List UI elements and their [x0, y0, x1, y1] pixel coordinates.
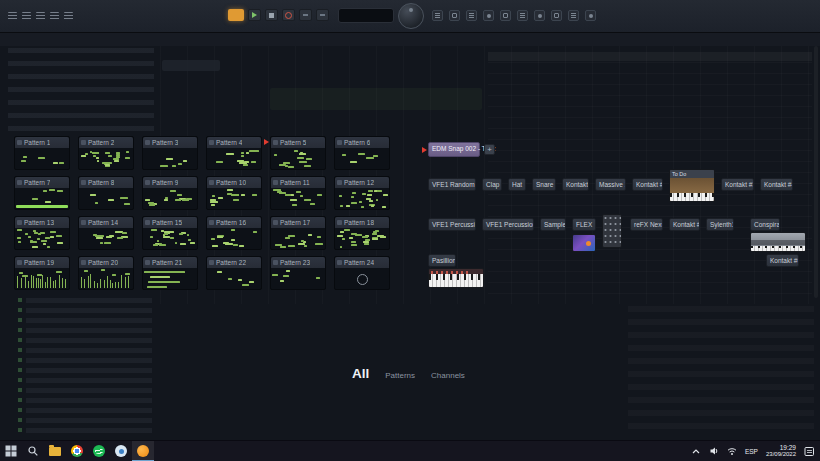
pattern-thumbnail — [335, 228, 389, 249]
note — [233, 199, 239, 201]
tab-channels[interactable]: Channels — [431, 371, 465, 380]
menu-icon[interactable] — [8, 12, 17, 20]
pattern-cell-7[interactable]: Pattern 7 — [14, 176, 70, 210]
note — [31, 241, 37, 243]
taskbar-fl-studio-button[interactable] — [132, 441, 154, 461]
typing-keyboard-icon[interactable] — [551, 10, 562, 21]
plugin-thumbnail-synth[interactable] — [750, 232, 806, 252]
volume-icon[interactable] — [709, 446, 719, 456]
channel-button-ch-kontakt5[interactable]: Kontakt #5 — [669, 218, 700, 231]
pattern-cell-4[interactable]: Pattern 4 — [206, 136, 262, 170]
pattern-cell-5[interactable]: Pattern 5 — [270, 136, 326, 170]
play-icon[interactable] — [248, 9, 261, 21]
channel-button-ch-edm-snap[interactable]: EDM Snap 002 - Tenz — [428, 142, 480, 157]
pattern-mode-button[interactable] — [228, 9, 244, 21]
menu-icon[interactable] — [50, 12, 59, 20]
touch-icon[interactable] — [568, 10, 579, 21]
pattern-cell-13[interactable]: Pattern 13 — [14, 216, 70, 250]
pattern-cell-10[interactable]: Pattern 10 — [206, 176, 262, 210]
channel-button-ch-refx-nexus[interactable]: reFX Nexus — [630, 218, 663, 231]
menu-icon[interactable] — [36, 12, 45, 20]
menu-icon[interactable] — [22, 12, 31, 20]
channel-button-ch-clap[interactable]: Clap — [482, 178, 502, 191]
menu-icon[interactable] — [64, 12, 73, 20]
channel-button-ch-conspiracy[interactable]: Conspiracy — [750, 218, 780, 231]
pattern-cell-19[interactable]: Pattern 19 — [14, 256, 70, 290]
channel-button-ch-vfe1-perc-015[interactable]: VFE1 Percussion 015 — [482, 218, 534, 231]
pattern-cell-16[interactable]: Pattern 16 — [206, 216, 262, 250]
pattern-cell-9[interactable]: Pattern 9 — [142, 176, 198, 210]
note — [218, 197, 223, 199]
pattern-cell-12[interactable]: Pattern 12 — [334, 176, 390, 210]
note — [90, 194, 96, 196]
help-icon[interactable] — [585, 10, 596, 21]
wait-icon[interactable] — [316, 9, 329, 21]
language-indicator[interactable]: ESP — [745, 448, 758, 455]
clock[interactable]: 19:29 23/09/2022 — [766, 444, 796, 458]
snap-icon[interactable] — [534, 10, 545, 21]
pattern-cell-21[interactable]: Pattern 21 — [142, 256, 198, 290]
taskbar-spotify-button[interactable] — [88, 441, 110, 461]
pattern-cell-24[interactable]: Pattern 24 — [334, 256, 390, 290]
playlist-icon[interactable] — [432, 10, 443, 21]
pattern-cell-2[interactable]: Pattern 2 — [78, 136, 134, 170]
metronome-icon[interactable] — [299, 9, 312, 21]
record-icon[interactable] — [282, 9, 295, 21]
add-button[interactable]: + — [484, 144, 495, 155]
channel-button-ch-kontakt3[interactable]: Kontakt #3 — [721, 178, 754, 191]
channel-button-ch-sylenth1[interactable]: Sylenth1 — [706, 218, 734, 231]
folder-icon — [49, 447, 61, 456]
channel-button-ch-kontakt6[interactable]: Kontakt #6 — [766, 254, 799, 267]
channel-button-ch-massive-x[interactable]: Massive X — [595, 178, 626, 191]
channel-mini-window-ch-todo[interactable]: To Do — [669, 169, 715, 202]
channel-button-ch-kontakt4[interactable]: Kontakt #4 — [760, 178, 793, 191]
pattern-cell-14[interactable]: Pattern 14 — [78, 216, 134, 250]
channel-button-ch-pasillion[interactable]: Pasillion — [428, 254, 456, 267]
channel-button-ch-vfe1-random[interactable]: VFE1 Random 661 — [428, 178, 476, 191]
plugin-thumbnail-flex[interactable] — [572, 234, 596, 252]
piano-roll-icon[interactable] — [449, 10, 460, 21]
pattern-cell-1[interactable]: Pattern 1 — [14, 136, 70, 170]
taskbar-search-button[interactable] — [22, 441, 44, 461]
channel-button-ch-kontakt[interactable]: Kontakt — [562, 178, 589, 191]
mixer-icon[interactable] — [466, 10, 477, 21]
channel-button-ch-vfe1-perc-024[interactable]: VFE1 Percussion 024 — [428, 218, 476, 231]
pattern-cell-8[interactable]: Pattern 8 — [78, 176, 134, 210]
pattern-cell-18[interactable]: Pattern 18 — [334, 216, 390, 250]
vertical-scrollbar[interactable] — [814, 46, 818, 298]
pattern-cell-6[interactable]: Pattern 6 — [334, 136, 390, 170]
tab-patterns[interactable]: Patterns — [385, 371, 415, 380]
tray-chevron-icon[interactable] — [691, 447, 701, 455]
channel-button-ch-flex[interactable]: FLEX — [572, 218, 596, 231]
pattern-cell-3[interactable]: Pattern 3 — [142, 136, 198, 170]
taskbar-chrome-button[interactable] — [66, 441, 88, 461]
pattern-cell-15[interactable]: Pattern 15 — [142, 216, 198, 250]
picker-patterns-grid: Pattern 1Pattern 2Pattern 3Pattern 4Patt… — [14, 136, 404, 290]
plugin-thumbnail-piano[interactable] — [428, 268, 484, 288]
taskbar-app-button[interactable] — [110, 441, 132, 461]
plugin-thumbnail-knobs[interactable] — [602, 214, 622, 248]
notification-icon[interactable] — [804, 446, 815, 457]
note — [145, 199, 150, 201]
pattern-cell-23[interactable]: Pattern 23 — [270, 256, 326, 290]
channel-button-ch-sampler[interactable]: Sampler — [540, 218, 566, 231]
taskbar-explorer-button[interactable] — [44, 441, 66, 461]
tempo-display[interactable] — [338, 8, 394, 23]
stop-icon[interactable] — [265, 9, 278, 21]
pattern-cell-20[interactable]: Pattern 20 — [78, 256, 134, 290]
network-icon[interactable] — [727, 446, 737, 456]
plugin-picker-icon[interactable] — [500, 10, 511, 21]
browser-icon[interactable] — [483, 10, 494, 21]
channel-button-ch-hat[interactable]: Hat — [508, 178, 526, 191]
tab-all[interactable]: All — [352, 366, 369, 381]
pattern-cell-17[interactable]: Pattern 17 — [270, 216, 326, 250]
tools-icon[interactable] — [517, 10, 528, 21]
pattern-cell-22[interactable]: Pattern 22 — [206, 256, 262, 290]
fl-logo[interactable] — [398, 3, 424, 29]
pattern-cell-11[interactable]: Pattern 11 — [270, 176, 326, 210]
channel-button-ch-snare[interactable]: Snare — [532, 178, 556, 191]
pattern-thumbnail — [143, 268, 197, 289]
note — [180, 243, 186, 245]
start-button[interactable] — [0, 441, 22, 461]
channel-button-ch-kontakt2[interactable]: Kontakt #2 — [632, 178, 663, 191]
